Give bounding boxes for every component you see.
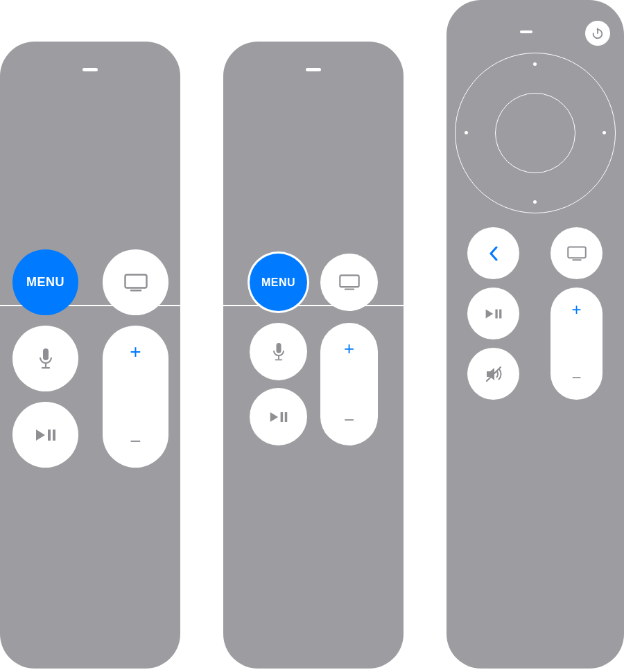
indicator-light bbox=[520, 30, 532, 33]
tv-icon bbox=[339, 274, 360, 290]
svg-rect-6 bbox=[48, 430, 51, 441]
volume-rocker[interactable]: + − bbox=[551, 288, 603, 400]
svg-rect-2 bbox=[43, 348, 49, 360]
power-button[interactable] bbox=[585, 21, 610, 46]
clickpad-dot-down bbox=[533, 200, 537, 204]
svg-marker-5 bbox=[36, 430, 45, 441]
play-pause-button[interactable] bbox=[12, 402, 78, 468]
menu-button[interactable]: MENU bbox=[250, 254, 307, 311]
svg-rect-0 bbox=[125, 274, 146, 288]
tv-button[interactable] bbox=[551, 227, 603, 279]
menu-button[interactable]: MENU bbox=[12, 249, 78, 315]
clickpad-center[interactable] bbox=[495, 93, 575, 173]
volume-down-icon: − bbox=[344, 411, 354, 429]
play-pause-button[interactable] bbox=[467, 288, 519, 339]
play-pause-icon bbox=[269, 410, 288, 424]
volume-rocker[interactable]: + − bbox=[320, 323, 378, 445]
volume-up-icon: + bbox=[344, 339, 354, 357]
volume-up-icon: + bbox=[130, 342, 141, 362]
svg-rect-22 bbox=[499, 309, 501, 318]
chevron-left-icon bbox=[489, 246, 499, 261]
volume-down-icon: − bbox=[571, 369, 581, 386]
volume-rocker[interactable]: + − bbox=[103, 326, 168, 468]
mic-icon bbox=[39, 348, 53, 370]
tv-button[interactable] bbox=[103, 249, 168, 315]
play-pause-icon bbox=[485, 308, 503, 320]
clickpad-dot-up bbox=[533, 62, 537, 66]
menu-button-label: MENU bbox=[261, 276, 295, 289]
clickpad-dot-right bbox=[603, 131, 606, 134]
speaker-slash-icon bbox=[485, 366, 503, 382]
svg-rect-8 bbox=[340, 275, 358, 287]
menu-button-label: MENU bbox=[26, 275, 64, 290]
svg-rect-21 bbox=[495, 309, 497, 318]
indicator-light bbox=[306, 68, 321, 71]
siri-mic-button[interactable] bbox=[250, 323, 307, 380]
siri-mic-button[interactable] bbox=[12, 326, 78, 391]
svg-rect-15 bbox=[284, 412, 287, 422]
svg-rect-14 bbox=[280, 412, 283, 422]
tv-icon bbox=[567, 246, 587, 261]
remote-siri-gen2: + − bbox=[447, 0, 624, 669]
play-pause-button[interactable] bbox=[250, 388, 307, 445]
svg-rect-10 bbox=[276, 342, 281, 353]
power-icon bbox=[591, 27, 604, 39]
back-button[interactable] bbox=[467, 227, 519, 279]
clickpad[interactable] bbox=[455, 53, 616, 213]
play-pause-icon bbox=[35, 427, 57, 443]
tv-button[interactable] bbox=[320, 254, 378, 311]
touch-surface-divider bbox=[223, 305, 404, 306]
remote-siri-gen1-alt: MENU bbox=[223, 42, 404, 669]
tv-icon bbox=[124, 274, 148, 292]
remote-siri-gen1: MENU bbox=[0, 42, 180, 669]
svg-rect-7 bbox=[53, 430, 55, 441]
remotes-diagram: MENU bbox=[0, 0, 624, 672]
svg-marker-20 bbox=[485, 309, 493, 318]
svg-rect-18 bbox=[568, 247, 586, 258]
clickpad-dot-left bbox=[465, 131, 468, 134]
svg-marker-13 bbox=[270, 412, 277, 422]
volume-up-icon: + bbox=[571, 301, 581, 318]
mute-button[interactable] bbox=[467, 348, 519, 400]
volume-down-icon: − bbox=[130, 432, 141, 451]
indicator-light bbox=[83, 68, 98, 71]
mic-icon bbox=[272, 342, 285, 362]
